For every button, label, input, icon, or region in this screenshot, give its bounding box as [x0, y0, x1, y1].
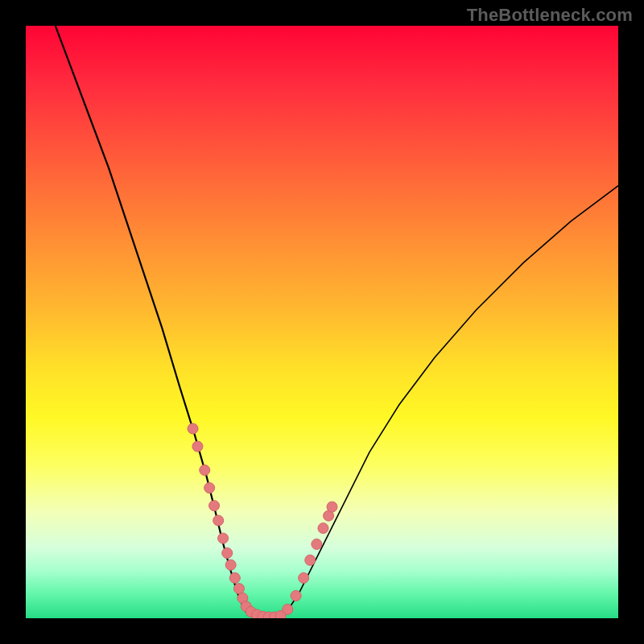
watermark-label: TheBottleneck.com	[467, 5, 633, 26]
chart-stage: TheBottleneck.com	[0, 0, 644, 644]
data-marker	[283, 604, 293, 614]
data-marker	[204, 483, 215, 493]
curve-left-branch	[56, 26, 248, 615]
markers-left-group	[188, 423, 280, 618]
data-marker	[318, 523, 328, 534]
data-marker	[327, 502, 337, 512]
data-marker	[200, 465, 210, 476]
data-marker	[192, 441, 203, 452]
data-marker	[222, 548, 233, 559]
data-marker	[225, 559, 236, 570]
data-marker	[188, 423, 198, 434]
data-marker	[218, 533, 229, 543]
chart-svg	[26, 26, 618, 618]
markers-right-group	[275, 502, 337, 618]
data-marker	[209, 501, 220, 511]
curve-right-branch	[283, 186, 618, 616]
data-marker	[229, 572, 240, 583]
plot-area	[26, 26, 618, 618]
data-marker	[305, 555, 316, 565]
data-marker	[291, 591, 301, 601]
data-marker	[213, 515, 224, 526]
data-marker	[299, 572, 309, 583]
data-marker	[233, 584, 244, 594]
data-marker	[312, 539, 322, 550]
